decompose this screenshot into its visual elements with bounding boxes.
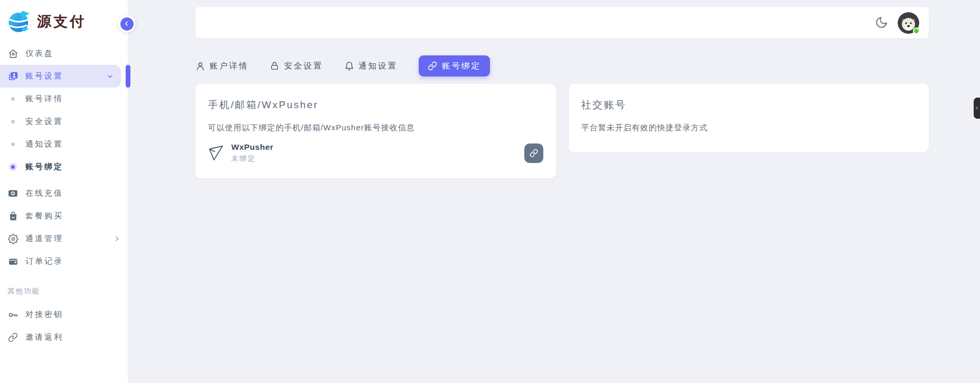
cards-grid: 手机/邮箱/WxPusher 可以使用以下绑定的手机/邮箱/WxPusher账号… xyxy=(195,84,929,178)
shopping-bag-icon xyxy=(7,210,18,222)
sidebar-item-account-settings[interactable]: 账号设置 xyxy=(0,65,121,88)
sidebar-nav: 仪表盘 账号设置 账号详情 安全设置 通知设置 xyxy=(0,42,128,349)
bullet-icon xyxy=(7,139,18,150)
sidebar: 源支付 仪表盘 账号设置 xyxy=(0,0,128,383)
brand-logo-icon xyxy=(6,8,33,35)
gear-icon xyxy=(7,233,18,244)
link-icon xyxy=(428,61,438,71)
key-icon xyxy=(7,309,18,320)
wxpusher-info: WxPusher 未绑定 xyxy=(231,142,274,164)
settings-tabs: 账户详情 安全设置 通知设置 账号绑定 xyxy=(195,55,929,76)
binding-card-title: 手机/邮箱/WxPusher xyxy=(208,98,543,112)
sidebar-item-label: 账号绑定 xyxy=(25,162,63,172)
bullet-icon xyxy=(7,161,18,173)
sidebar-section-other: 其他功能 xyxy=(0,286,128,296)
sidebar-item-api-keys[interactable]: 对接密钥 xyxy=(0,303,128,326)
brand-name: 源支付 xyxy=(37,12,86,31)
chevron-down-icon xyxy=(107,73,114,80)
service-status: 未绑定 xyxy=(231,154,274,164)
settings-drawer-handle[interactable] xyxy=(974,98,980,119)
service-name: WxPusher xyxy=(231,142,274,152)
sidebar-item-order-records[interactable]: 订单记录 xyxy=(0,250,128,273)
sidebar-item-package-purchase[interactable]: 套餐购买 xyxy=(0,205,128,227)
main-content: 账户详情 安全设置 通知设置 账号绑定 手机/邮箱/WxPusher 可以使用以… xyxy=(128,0,980,383)
online-status-dot xyxy=(913,27,920,34)
link-icon xyxy=(7,332,18,343)
wallet-icon xyxy=(7,256,18,267)
sidebar-item-label: 账号详情 xyxy=(25,94,63,104)
wxpusher-row: WxPusher 未绑定 xyxy=(208,142,543,164)
sidebar-item-notification-settings[interactable]: 通知设置 xyxy=(0,133,128,156)
tab-label: 账户详情 xyxy=(210,61,249,72)
bell-icon xyxy=(344,61,354,71)
sidebar-item-label: 安全设置 xyxy=(25,117,63,127)
chevron-left-icon xyxy=(120,17,134,31)
id-card-icon xyxy=(7,71,18,82)
moon-icon xyxy=(875,16,888,29)
sidebar-item-label: 订单记录 xyxy=(25,256,63,266)
active-item-indicator xyxy=(126,65,130,88)
topbar xyxy=(195,7,929,39)
home-icon xyxy=(7,48,18,59)
tab-notification-settings[interactable]: 通知设置 xyxy=(344,61,398,72)
sidebar-item-label: 在线充值 xyxy=(25,188,63,198)
tab-label: 安全设置 xyxy=(284,61,323,72)
sidebar-collapse-button[interactable] xyxy=(118,15,136,33)
sidebar-item-label: 对接密钥 xyxy=(25,310,63,320)
social-card-description: 平台暂未开启有效的快捷登录方式 xyxy=(581,123,917,133)
sidebar-item-account-details[interactable]: 账号详情 xyxy=(0,88,128,110)
user-icon xyxy=(195,61,205,71)
sidebar-item-online-recharge[interactable]: 在线充值 xyxy=(0,182,128,205)
tab-label: 通知设置 xyxy=(359,61,398,72)
lock-icon xyxy=(270,61,280,71)
sidebar-item-label: 通知设置 xyxy=(25,139,63,149)
tab-account-details[interactable]: 账户详情 xyxy=(195,61,249,72)
tab-account-binding[interactable]: 账号绑定 xyxy=(419,55,490,76)
sidebar-item-label: 通道管理 xyxy=(25,234,63,244)
bullet-icon xyxy=(7,116,18,127)
binding-card: 手机/邮箱/WxPusher 可以使用以下绑定的手机/邮箱/WxPusher账号… xyxy=(195,84,556,178)
tab-security-settings[interactable]: 安全设置 xyxy=(270,61,323,72)
user-avatar[interactable] xyxy=(898,12,919,34)
banknote-icon xyxy=(7,188,18,199)
sidebar-item-channel-management[interactable]: 通道管理 xyxy=(0,227,128,250)
sidebar-item-label: 邀请返利 xyxy=(25,332,63,342)
tab-label: 账号绑定 xyxy=(442,61,481,72)
brand[interactable]: 源支付 xyxy=(0,0,128,40)
social-card-title: 社交账号 xyxy=(581,98,917,112)
sidebar-item-label: 账号设置 xyxy=(25,71,63,81)
chevron-right-icon xyxy=(114,235,120,242)
sidebar-item-dashboard[interactable]: 仪表盘 xyxy=(0,42,128,65)
sidebar-item-label: 仪表盘 xyxy=(25,49,54,59)
sidebar-item-label: 套餐购买 xyxy=(25,211,63,221)
bind-wxpusher-button[interactable] xyxy=(524,143,543,163)
social-card: 社交账号 平台暂未开启有效的快捷登录方式 xyxy=(569,84,929,152)
bullet-icon xyxy=(7,93,18,104)
sidebar-item-security-settings[interactable]: 安全设置 xyxy=(0,110,128,133)
wxpusher-logo-icon xyxy=(208,145,224,161)
dark-mode-toggle[interactable] xyxy=(875,16,889,30)
link-icon xyxy=(530,149,538,157)
binding-card-description: 可以使用以下绑定的手机/邮箱/WxPusher账号接收信息 xyxy=(208,123,543,133)
sidebar-item-account-binding[interactable]: 账号绑定 xyxy=(0,156,128,178)
sidebar-item-invite-rebate[interactable]: 邀请返利 xyxy=(0,326,128,349)
